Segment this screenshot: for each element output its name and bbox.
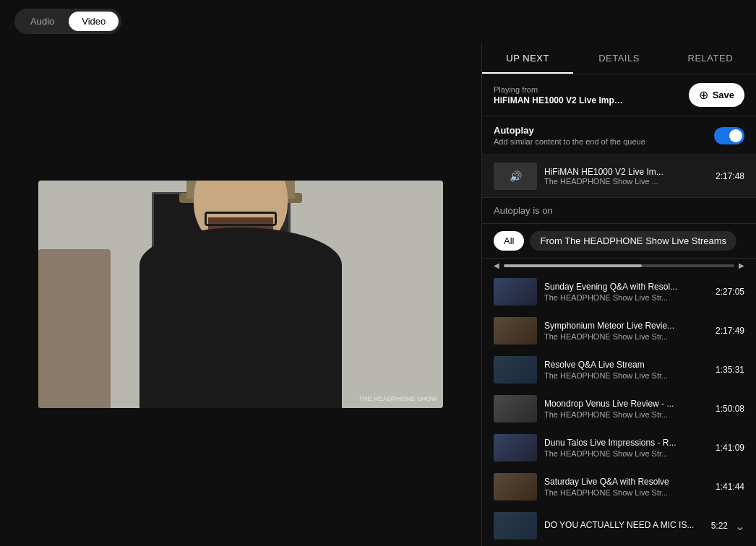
filter-pills: All From The HEADPHONE Show Live Streams: [482, 224, 756, 259]
scroll-thumb: [504, 264, 642, 267]
playing-from-text: Playing from HiFiMAN HE1000 V2 Live Impr…: [494, 85, 689, 105]
video-thumb: [494, 473, 537, 500]
playing-from-section: Playing from HiFiMAN HE1000 V2 Live Impr…: [482, 74, 756, 116]
video-item-title: Dunu Talos Live Impressions - R...: [544, 438, 708, 448]
save-label: Save: [713, 90, 734, 100]
video-placeholder: THE HEADPHONE SHOW: [38, 181, 443, 408]
video-item-info: DO YOU ACTUALLY NEED A MIC IS...: [544, 520, 704, 532]
autoplay-info: Autoplay Add similar content to the end …: [494, 125, 645, 146]
list-item[interactable]: Resolve Q&A Live Stream The HEADPHONE Sh…: [482, 350, 756, 389]
video-item-title: Sunday Evening Q&A with Resol...: [544, 282, 708, 292]
tab-upnext[interactable]: UP NEXT: [482, 43, 573, 74]
tab-related[interactable]: RELATED: [665, 43, 756, 74]
right-content[interactable]: Playing from HiFiMAN HE1000 V2 Live Impr…: [482, 74, 756, 546]
video-thumb: [494, 434, 537, 462]
video-player[interactable]: THE HEADPHONE SHOW: [38, 181, 443, 408]
save-button[interactable]: ⊕ Save: [689, 83, 744, 107]
current-playing-item[interactable]: 🔊 HiFiMAN HE1000 V2 Live Im... The HEADP…: [482, 155, 756, 198]
video-item-info: Dunu Talos Live Impressions - R... The H…: [544, 438, 708, 458]
video-item-channel: The HEADPHONE Show Live Str...: [544, 371, 708, 380]
video-thumb: [494, 512, 537, 540]
plus-icon: ⊕: [699, 88, 708, 102]
left-panel: THE HEADPHONE SHOW: [0, 43, 481, 546]
right-panel: UP NEXT DETAILS RELATED Playing from HiF…: [481, 43, 756, 546]
media-type-tabs: Audio Video: [14, 9, 121, 34]
scroll-left-arrow[interactable]: ◀: [494, 261, 499, 269]
video-list: Sunday Evening Q&A with Resol... The HEA…: [482, 272, 756, 545]
tab-details[interactable]: DETAILS: [573, 43, 664, 74]
person-body: [139, 228, 342, 408]
video-thumb: [494, 395, 537, 422]
expand-icon[interactable]: ⌄: [735, 519, 744, 533]
right-tabs: UP NEXT DETAILS RELATED: [482, 43, 756, 74]
scroll-bar: [504, 264, 734, 267]
video-item-title: DO YOU ACTUALLY NEED A MIC IS...: [544, 520, 704, 530]
video-thumb: [494, 278, 537, 306]
video-watermark: THE HEADPHONE SHOW: [358, 395, 437, 402]
video-item-channel: The HEADPHONE Show Live Str...: [544, 410, 708, 419]
current-thumb: 🔊: [494, 162, 537, 190]
autoplay-toggle[interactable]: [714, 127, 744, 144]
video-item-duration: 5:22: [711, 521, 728, 531]
video-item-title: Resolve Q&A Live Stream: [544, 360, 708, 370]
video-item-duration: 2:27:05: [716, 287, 744, 297]
top-bar: Audio Video: [0, 0, 756, 43]
video-item-title: Saturday Live Q&A with Resolve: [544, 477, 708, 487]
autoplay-on-label: Autoplay is on: [482, 198, 756, 224]
tab-video[interactable]: Video: [69, 12, 119, 31]
list-item[interactable]: Sunday Evening Q&A with Resol... The HEA…: [482, 272, 756, 311]
video-item-info: Resolve Q&A Live Stream The HEADPHONE Sh…: [544, 360, 708, 380]
video-item-channel: The HEADPHONE Show Live Str...: [544, 332, 708, 341]
video-item-info: Symphonium Meteor Live Revie... The HEAD…: [544, 321, 708, 341]
current-item-info: HiFiMAN HE1000 V2 Live Im... The HEADPHO…: [544, 167, 708, 186]
video-item-info: Moondrop Venus Live Review - ... The HEA…: [544, 399, 708, 419]
pill-from-show[interactable]: From The HEADPHONE Show Live Streams: [530, 231, 736, 251]
video-item-info: Sunday Evening Q&A with Resol... The HEA…: [544, 282, 708, 302]
autoplay-desc: Add similar content to the end of the qu…: [494, 137, 645, 146]
playing-label: Playing from: [494, 85, 689, 94]
current-item-duration: 2:17:48: [716, 171, 744, 181]
tab-audio[interactable]: Audio: [17, 12, 67, 31]
video-item-channel: The HEADPHONE Show Live Str...: [544, 488, 708, 497]
autoplay-section: Autoplay Add similar content to the end …: [482, 116, 756, 155]
video-item-duration: 1:41:44: [716, 482, 744, 492]
list-item-last[interactable]: DO YOU ACTUALLY NEED A MIC IS... 5:22 ⌄: [482, 506, 756, 545]
video-item-duration: 1:35:31: [716, 365, 744, 375]
video-item-duration: 2:17:49: [716, 326, 744, 336]
autoplay-title: Autoplay: [494, 125, 645, 136]
list-item[interactable]: Symphonium Meteor Live Revie... The HEAD…: [482, 311, 756, 350]
main-content: THE HEADPHONE SHOW UP NEXT DETAILS RELAT…: [0, 43, 756, 546]
video-item-duration: 1:41:09: [716, 443, 744, 453]
list-item[interactable]: Dunu Talos Live Impressions - R... The H…: [482, 428, 756, 467]
scroll-indicator: ◀ ▶: [482, 259, 756, 272]
video-thumb: [494, 356, 537, 384]
list-item[interactable]: Moondrop Venus Live Review - ... The HEA…: [482, 389, 756, 428]
sound-icon: 🔊: [510, 170, 522, 182]
video-item-info: Saturday Live Q&A with Resolve The HEADP…: [544, 477, 708, 497]
video-item-title: Symphonium Meteor Live Revie...: [544, 321, 708, 331]
video-item-channel: The HEADPHONE Show Live Str...: [544, 449, 708, 458]
current-item-channel: The HEADPHONE Show Live ...: [544, 177, 708, 186]
video-item-channel: The HEADPHONE Show Live Str...: [544, 293, 708, 302]
scroll-right-arrow[interactable]: ▶: [739, 261, 744, 269]
playing-title: HiFiMAN HE1000 V2 Live Impressio...: [494, 95, 624, 105]
list-item[interactable]: Saturday Live Q&A with Resolve The HEADP…: [482, 467, 756, 506]
person-glasses: [205, 212, 277, 226]
video-item-title: Moondrop Venus Live Review - ...: [544, 399, 708, 409]
shelf: [38, 249, 111, 409]
video-item-duration: 1:50:08: [716, 404, 744, 414]
pill-all[interactable]: All: [494, 231, 524, 251]
current-item-title: HiFiMAN HE1000 V2 Live Im...: [544, 167, 708, 177]
video-thumb: [494, 317, 537, 344]
